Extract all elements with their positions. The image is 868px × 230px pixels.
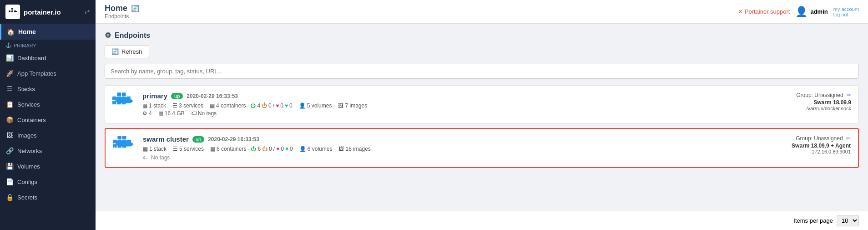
stat-stacks-swarm: ▦ 1 stack [143, 146, 167, 152]
svg-rect-20 [113, 144, 117, 148]
portainer-support-link[interactable]: ✕ Portainer support [738, 8, 790, 15]
sidebar-item-label: Secrets [17, 194, 37, 201]
stat-volumes-primary: 👤 5 volumes [299, 102, 332, 109]
primary-label: PRIMARY [14, 43, 36, 48]
endpoint-cpu-primary: ⚙ 4 ▦ 16.4 GB 🏷 No tags [142, 110, 751, 117]
swarm-version-swarm: Swarm 18.09.9 + Agent [751, 143, 851, 149]
images-value-swarm: 18 images [345, 146, 370, 152]
sidebar-item-app-templates[interactable]: 🚀 App Templates [0, 66, 96, 81]
group-primary: Group: Unassigned ✏ [751, 92, 851, 98]
sidebar-item-volumes[interactable]: 💾 Volumes [0, 158, 96, 174]
volumes-stat-icon: 👤 [299, 102, 306, 109]
endpoints-icon: ⚙ [105, 31, 111, 40]
stat-cpu-primary: ⚙ 4 [142, 110, 152, 117]
logo-text: portainer.io [24, 8, 61, 16]
my-account-link[interactable]: my account [833, 6, 859, 12]
search-input[interactable] [105, 64, 859, 79]
services-stat-icon-swarm: ☰ [173, 146, 178, 152]
unhealthy-swarm: 0 [290, 146, 293, 152]
stopped-swarm: 0 [269, 146, 272, 152]
docker-icon-swarm [113, 135, 136, 155]
endpoint-stats-primary: ▦ 1 stack ☰ 3 services ▦ 4 containers - … [142, 102, 751, 109]
services-value-primary: 3 services [179, 102, 203, 109]
sidebar-item-configs[interactable]: 📄 Configs [0, 174, 96, 189]
volumes-value-swarm: 6 volumes [308, 146, 333, 152]
admin-links: my account log out [833, 6, 859, 17]
docker-icon-primary [112, 92, 136, 112]
page-size-select[interactable]: 10 [837, 215, 859, 226]
stacks-stat-icon-swarm: ▦ [143, 146, 148, 152]
edit-group-primary[interactable]: ✏ [847, 92, 851, 98]
sidebar-item-label: Services [17, 101, 40, 108]
sidebar-item-label: Dashboard [17, 55, 46, 61]
primary-name[interactable]: primary [142, 92, 167, 100]
sidebar-item-label: Volumes [17, 163, 40, 170]
sidebar-home[interactable]: 🏠 Home [0, 24, 96, 40]
swarm-name[interactable]: swarm cluster [143, 135, 189, 143]
admin-label: admin [810, 8, 828, 15]
endpoint-name-primary: primary up 2020-02-29 16:33:53 [142, 92, 751, 100]
running-swarm: 6 [257, 146, 261, 152]
stopped-icon-swarm: ⏻ [262, 146, 267, 152]
timestamp-swarm: 2020-02-29 16:33:53 [208, 136, 259, 143]
edit-group-swarm[interactable]: ✏ [846, 135, 851, 142]
refresh-icon[interactable]: 🔄 [131, 5, 140, 13]
sidebar-item-services[interactable]: 📋 Services [0, 97, 96, 112]
log-out-link[interactable]: log out [833, 12, 859, 17]
tag-icon-swarm: 🏷 [143, 154, 148, 161]
running-primary: 4 [257, 102, 260, 109]
topbar-right: ✕ Portainer support 👤 admin my account l… [738, 6, 859, 18]
endpoint-info-primary: primary up 2020-02-29 16:33:53 ▦ 1 stack… [142, 92, 751, 117]
unhealthy-primary: 0 [289, 102, 293, 109]
containers-stat-icon: ▦ [210, 102, 215, 109]
main-area: Home 🔄 Endpoints ✕ Portainer support 👤 a… [96, 0, 868, 230]
healthy-icon-swarm: ♥ [276, 146, 279, 152]
sidebar-item-containers[interactable]: 📦 Containers [0, 112, 96, 128]
sidebar-primary: ⚓ PRIMARY [0, 40, 96, 50]
svg-rect-1 [11, 10, 13, 12]
admin-area: 👤 admin [795, 6, 828, 18]
home-icon: 🏠 [7, 28, 15, 36]
endpoint-right-swarm: Group: Unassigned ✏ Swarm 18.09.9 + Agen… [751, 135, 851, 154]
sidebar-item-label: Configs [17, 179, 37, 185]
content-header: ⚙ Endpoints [105, 31, 859, 40]
svg-rect-10 [122, 92, 126, 96]
support-label: Portainer support [745, 8, 790, 15]
admin-icon: 👤 [795, 6, 807, 18]
endpoint-card-swarm[interactable]: swarm cluster up 2020-02-29 16:33:53 ▦ 1… [105, 128, 859, 168]
stat-containers-swarm: ▦ 6 containers - ⏻ 6 ⏻ 0 / ♥ 0 ♥ 0 [210, 146, 293, 152]
sidebar-item-dashboard[interactable]: 📊 Dashboard [0, 50, 96, 66]
status-badge-primary: up [171, 93, 183, 99]
svg-rect-18 [117, 136, 121, 139]
sidebar-item-networks[interactable]: 🔗 Networks [0, 143, 96, 158]
endpoint-card-primary[interactable]: primary up 2020-02-29 16:33:53 ▦ 1 stack… [105, 85, 859, 123]
refresh-label: Refresh [121, 48, 142, 55]
services-stat-icon: ☰ [172, 102, 177, 109]
timestamp-primary: 2020-02-29 16:33:53 [187, 93, 238, 99]
ram-icon: ▦ [158, 110, 163, 117]
sidebar-item-secrets[interactable]: 🔒 Secrets [0, 189, 96, 205]
footer: Items per page 10 [96, 211, 868, 230]
running-icon: ⏻ [250, 102, 256, 109]
endpoint-stats-swarm: ▦ 1 stack ☰ 5 services ▦ 6 containers - … [143, 146, 751, 152]
running-icon-swarm: ⏻ [251, 146, 256, 152]
sidebar: portainer.io ⇄ 🏠 Home ⚓ PRIMARY 📊 Dashbo… [0, 0, 96, 230]
sidebar-item-label: App Templates [17, 70, 56, 77]
sidebar-item-images[interactable]: 🖼 Images [0, 128, 96, 143]
refresh-btn-icon: 🔄 [111, 48, 119, 55]
images-stat-icon-swarm: 🖼 [338, 146, 344, 152]
svg-rect-19 [122, 136, 126, 139]
group-swarm: Group: Unassigned ✏ [751, 135, 851, 142]
images-stat-icon: 🖼 [338, 102, 343, 109]
sidebar-item-stacks[interactable]: ☰ Stacks [0, 81, 96, 97]
services-icon: 📋 [5, 101, 14, 108]
slash2: / [273, 146, 275, 152]
refresh-button[interactable]: 🔄 Refresh [105, 45, 149, 58]
section-title: Endpoints [115, 31, 150, 40]
ram-value-primary: 16.4 GB [165, 110, 185, 117]
secrets-icon: 🔒 [5, 194, 14, 201]
healthy-swarm: 0 [281, 146, 284, 152]
volumes-value-primary: 5 volumes [307, 102, 332, 109]
transfer-icon[interactable]: ⇄ [85, 8, 90, 15]
cpu-icon: ⚙ [142, 110, 147, 117]
